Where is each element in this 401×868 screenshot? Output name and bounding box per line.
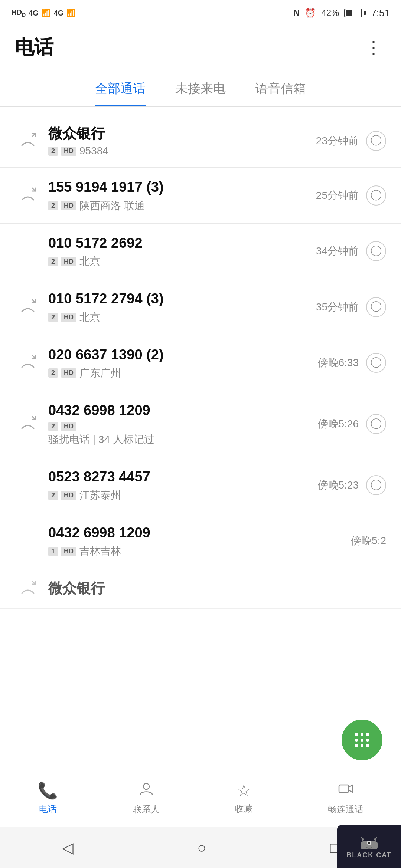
call-time: 傍晚5:26 xyxy=(318,417,359,431)
call-sub-info: 2 HD xyxy=(48,422,310,431)
call-item[interactable]: 155 9194 1917 (3) 2 HD 陕西商洛 联通 25分钟前 ⓘ xyxy=(0,168,401,223)
svg-rect-16 xyxy=(339,785,349,792)
nav-phone-label: 电话 xyxy=(39,803,57,815)
call-item[interactable]: 010 5172 2794 (3) 2 HD 北京 35分钟前 ⓘ xyxy=(0,279,401,335)
call-details: 010 5172 2692 2 HD 北京 xyxy=(41,234,316,269)
svg-marker-21 xyxy=(374,837,377,841)
svg-point-15 xyxy=(143,783,149,789)
call-sub-info: 2 HD 陕西商洛 联通 xyxy=(48,199,309,213)
svg-point-10 xyxy=(361,739,363,742)
svg-point-9 xyxy=(355,739,358,742)
call-type-icon xyxy=(15,354,41,372)
status-left: HDD 4G 📶 4G 📶 xyxy=(11,8,76,18)
home-button[interactable]: ○ xyxy=(197,839,206,856)
nav-phone[interactable]: 📞 电话 xyxy=(38,781,58,815)
call-meta: 傍晚6:33 ⓘ xyxy=(318,353,387,373)
tab-voicemail[interactable]: 语音信箱 xyxy=(255,80,306,106)
call-list: 微众银行 2 HD 95384 23分钟前 ⓘ 155 9194 1917 (3… xyxy=(0,114,401,609)
nav-contacts[interactable]: 联系人 xyxy=(133,780,160,815)
info-button[interactable]: ⓘ xyxy=(366,185,386,206)
hd-badge: HD xyxy=(61,491,76,500)
nav-favorites[interactable]: ☆ 收藏 xyxy=(235,781,253,815)
signal-bars2: 📶 xyxy=(66,9,76,17)
phone-nav-icon: 📞 xyxy=(38,781,58,800)
tab-all[interactable]: 全部通话 xyxy=(95,80,146,106)
alarm-icon: ⏰ xyxy=(305,8,316,18)
call-item[interactable]: 0432 6998 1209 2 HD 骚扰电话 | 34 人标记过 傍晚5:2… xyxy=(0,391,401,457)
call-details: 微众银行 2 HD 95384 xyxy=(41,125,316,157)
call-details: 0432 6998 1209 1 HD 吉林吉林 xyxy=(41,524,351,558)
nav-contacts-label: 联系人 xyxy=(133,803,160,815)
svg-point-11 xyxy=(366,739,369,742)
call-time: 34分钟前 xyxy=(316,244,359,258)
battery-icon xyxy=(344,9,366,17)
info-button[interactable]: ⓘ xyxy=(366,131,386,151)
call-type-icon xyxy=(15,132,41,150)
call-type-icon xyxy=(15,415,41,433)
call-item[interactable]: 010 5172 2692 2 HD 北京 34分钟前 ⓘ xyxy=(0,224,401,279)
call-time: 35分钟前 xyxy=(316,300,359,314)
call-location: 北京 xyxy=(79,254,100,269)
signal-4g2: 4G xyxy=(54,9,64,17)
sim-badge: 2 xyxy=(48,368,58,378)
call-location: 广东广州 xyxy=(79,366,121,380)
hd-badge: HD xyxy=(61,257,76,266)
call-sub-info: 2 HD 北京 xyxy=(48,310,309,325)
sim-badge: 2 xyxy=(48,313,58,322)
sim-badge: 2 xyxy=(48,201,58,210)
sim-badge: 2 xyxy=(48,491,58,500)
sim-badge: 2 xyxy=(48,257,58,266)
outgoing-call-icon xyxy=(19,298,37,316)
tab-missed[interactable]: 未接来电 xyxy=(175,80,226,106)
call-item[interactable]: 微众银行 xyxy=(0,569,401,608)
bottom-nav: 📞 电话 联系人 ☆ 收藏 畅连通话 xyxy=(0,768,401,827)
dialpad-icon xyxy=(353,731,371,749)
call-time: 傍晚5:2 xyxy=(351,534,386,548)
battery-level: 42% xyxy=(321,8,339,18)
svg-point-13 xyxy=(361,744,363,747)
clock: 7:51 xyxy=(371,7,390,19)
call-meta: 傍晚5:23 ⓘ xyxy=(318,475,387,495)
call-sub-info: 2 HD 广东广州 xyxy=(48,366,310,380)
hd-badge: HD xyxy=(61,422,76,431)
call-item[interactable]: 0523 8273 4457 2 HD 江苏泰州 傍晚5:23 ⓘ xyxy=(0,457,401,513)
sim-badge: 2 xyxy=(48,147,58,156)
caller-name: 0432 6998 1209 xyxy=(48,524,343,542)
contacts-nav-icon xyxy=(138,780,154,800)
signal-4g1: 4G xyxy=(29,9,39,17)
nav-calllite-label: 畅连通话 xyxy=(328,803,363,815)
svg-point-12 xyxy=(355,744,358,747)
info-button[interactable]: ⓘ xyxy=(366,414,386,434)
back-button[interactable]: ◁ xyxy=(62,839,74,856)
call-location: 北京 xyxy=(79,310,100,325)
hd-badge: HD xyxy=(61,547,76,556)
info-button[interactable]: ⓘ xyxy=(366,241,386,261)
caller-name: 155 9194 1917 (3) xyxy=(48,178,309,196)
call-item[interactable]: 0432 6998 1209 1 HD 吉林吉林 傍晚5:2 xyxy=(0,513,401,569)
call-type-icon xyxy=(15,187,41,204)
call-location: 陕西商洛 联通 xyxy=(79,199,145,213)
svg-point-19 xyxy=(368,842,370,844)
info-button[interactable]: ⓘ xyxy=(366,475,386,495)
call-details: 微众银行 xyxy=(41,579,386,598)
hd-badge: HD xyxy=(61,201,76,210)
call-meta: 傍晚5:2 xyxy=(351,534,386,548)
call-item[interactable]: 020 6637 1390 (2) 2 HD 广东广州 傍晚6:33 ⓘ xyxy=(0,335,401,391)
caller-name: 微众银行 xyxy=(48,579,379,598)
dial-fab[interactable] xyxy=(342,720,382,760)
more-menu-button[interactable]: ⋮ xyxy=(361,33,386,62)
outgoing-call-icon xyxy=(19,580,37,598)
info-button[interactable]: ⓘ xyxy=(366,353,386,373)
spam-label: 骚扰电话 | 34 人标记过 xyxy=(48,434,154,445)
status-right: N ⏰ 42% 7:51 xyxy=(293,7,390,19)
info-button[interactable]: ⓘ xyxy=(366,297,386,317)
missed-call-icon xyxy=(19,132,37,150)
call-sub-info: 2 HD 95384 xyxy=(48,145,309,157)
nav-calllite[interactable]: 畅连通话 xyxy=(328,780,363,815)
call-location: 吉林吉林 xyxy=(79,544,121,558)
call-time: 傍晚5:23 xyxy=(318,478,359,492)
nfc-icon: N xyxy=(293,8,300,18)
call-time: 23分钟前 xyxy=(316,134,359,148)
header: 电话 ⋮ xyxy=(0,26,401,69)
call-item[interactable]: 微众银行 2 HD 95384 23分钟前 ⓘ xyxy=(0,114,401,168)
